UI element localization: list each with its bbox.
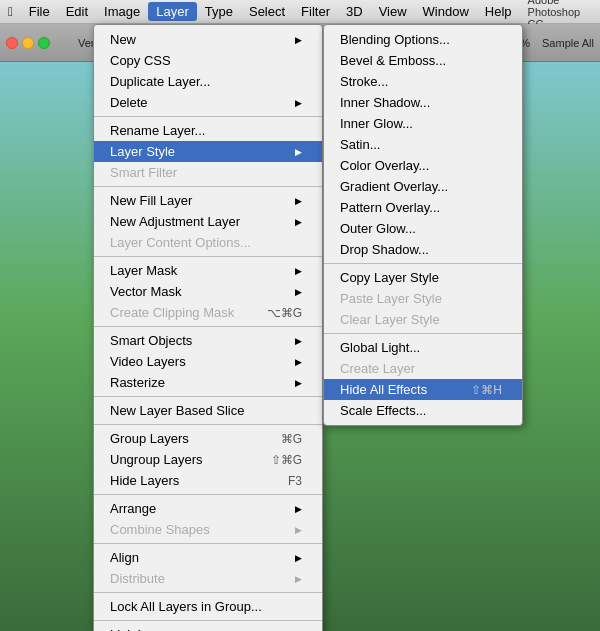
separator-5 — [94, 396, 322, 397]
style-inner-glow[interactable]: Inner Glow... — [324, 113, 522, 134]
menu-edit[interactable]: Edit — [58, 2, 96, 21]
style-dropdown: Blending Options... Bevel & Emboss... St… — [323, 24, 523, 426]
separator-9 — [94, 592, 322, 593]
menu-item-new[interactable]: New — [94, 29, 322, 50]
separator-4 — [94, 326, 322, 327]
separator-3 — [94, 256, 322, 257]
menu-item-create-clipping-mask: Create Clipping Mask⌥⌘G — [94, 302, 322, 323]
style-gradient-overlay[interactable]: Gradient Overlay... — [324, 176, 522, 197]
menu-select[interactable]: Select — [241, 2, 293, 21]
menu-item-ungroup-layers[interactable]: Ungroup Layers⇧⌘G — [94, 449, 322, 470]
sample-label: Sample All — [542, 37, 594, 49]
style-copy-layer-style[interactable]: Copy Layer Style — [324, 267, 522, 288]
style-stroke[interactable]: Stroke... — [324, 71, 522, 92]
style-inner-shadow[interactable]: Inner Shadow... — [324, 92, 522, 113]
separator-2 — [94, 186, 322, 187]
menu-item-smart-filter: Smart Filter — [94, 162, 322, 183]
toolbar-maximize[interactable] — [38, 37, 50, 49]
menu-item-delete[interactable]: Delete — [94, 92, 322, 113]
menu-item-new-adjustment-layer[interactable]: New Adjustment Layer — [94, 211, 322, 232]
menu-type[interactable]: Type — [197, 2, 241, 21]
style-pattern-overlay[interactable]: Pattern Overlay... — [324, 197, 522, 218]
menu-item-layer-style[interactable]: Layer Style — [94, 141, 322, 162]
toolbar-minimize[interactable] — [22, 37, 34, 49]
menu-window[interactable]: Window — [415, 2, 477, 21]
style-hide-all-effects[interactable]: Hide All Effects⇧⌘H — [324, 379, 522, 400]
separator-10 — [94, 620, 322, 621]
menu-item-rename-layer[interactable]: Rename Layer... — [94, 120, 322, 141]
style-paste-layer-style: Paste Layer Style — [324, 288, 522, 309]
menu-item-rasterize[interactable]: Rasterize — [94, 372, 322, 393]
menu-item-group-layers[interactable]: Group Layers⌘G — [94, 428, 322, 449]
menu-item-video-layers[interactable]: Video Layers — [94, 351, 322, 372]
style-clear-layer-style: Clear Layer Style — [324, 309, 522, 330]
menu-item-arrange[interactable]: Arrange — [94, 498, 322, 519]
style-outer-glow[interactable]: Outer Glow... — [324, 218, 522, 239]
style-scale-effects[interactable]: Scale Effects... — [324, 400, 522, 421]
style-separator-1 — [324, 263, 522, 264]
style-separator-2 — [324, 333, 522, 334]
separator-1 — [94, 116, 322, 117]
menu-filter[interactable]: Filter — [293, 2, 338, 21]
menu-layer[interactable]: Layer — [148, 2, 197, 21]
menu-item-combine-shapes: Combine Shapes — [94, 519, 322, 540]
separator-7 — [94, 494, 322, 495]
menu-item-duplicate-layer[interactable]: Duplicate Layer... — [94, 71, 322, 92]
style-drop-shadow[interactable]: Drop Shadow... — [324, 239, 522, 260]
menu-item-align[interactable]: Align — [94, 547, 322, 568]
style-global-light[interactable]: Global Light... — [324, 337, 522, 358]
menu-help[interactable]: Help — [477, 2, 520, 21]
style-blending-options[interactable]: Blending Options... — [324, 29, 522, 50]
menu-item-link-layers[interactable]: Link Layers — [94, 624, 322, 631]
menu-item-vector-mask[interactable]: Vector Mask — [94, 281, 322, 302]
menu-item-new-fill-layer[interactable]: New Fill Layer — [94, 190, 322, 211]
menu-item-copy-css[interactable]: Copy CSS — [94, 50, 322, 71]
menu-image[interactable]: Image — [96, 2, 148, 21]
separator-8 — [94, 543, 322, 544]
menu-item-lock-all-layers[interactable]: Lock All Layers in Group... — [94, 596, 322, 617]
style-satin[interactable]: Satin... — [324, 134, 522, 155]
menu-item-layer-mask[interactable]: Layer Mask — [94, 260, 322, 281]
style-bevel-emboss[interactable]: Bevel & Emboss... — [324, 50, 522, 71]
layer-dropdown: New Copy CSS Duplicate Layer... Delete R… — [93, 24, 323, 631]
menu-3d[interactable]: 3D — [338, 2, 371, 21]
menu-view[interactable]: View — [371, 2, 415, 21]
menu-item-new-layer-based-slice[interactable]: New Layer Based Slice — [94, 400, 322, 421]
menu-file[interactable]: File — [21, 2, 58, 21]
toolbar-close[interactable] — [6, 37, 18, 49]
separator-6 — [94, 424, 322, 425]
style-create-layer: Create Layer — [324, 358, 522, 379]
menu-item-smart-objects[interactable]: Smart Objects — [94, 330, 322, 351]
menu-item-distribute: Distribute — [94, 568, 322, 589]
menu-item-hide-layers[interactable]: Hide LayersF3 — [94, 470, 322, 491]
menu-item-layer-content-options: Layer Content Options... — [94, 232, 322, 253]
menu-ps[interactable]:  — [0, 2, 21, 21]
style-color-overlay[interactable]: Color Overlay... — [324, 155, 522, 176]
menu-bar:  File Edit Image Layer Type Select Filt… — [0, 0, 600, 24]
